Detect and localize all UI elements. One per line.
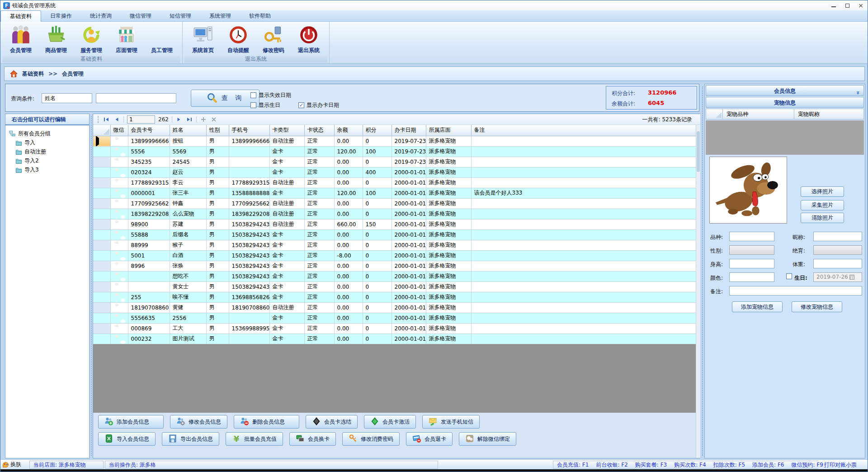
print-receipt-button[interactable]: 打印对账小票 xyxy=(824,461,864,469)
close-button[interactable]: × xyxy=(854,0,868,10)
row-selector[interactable] xyxy=(93,146,110,157)
action-button[interactable]: 发送手机短信 xyxy=(422,415,480,429)
birthday-date-picker[interactable]: 2019-07-26 xyxy=(813,272,862,282)
table-row[interactable]: 17709925662钟鑫男17709925662自动注册正常0.0002000… xyxy=(93,198,696,209)
change-skin-button[interactable]: 换肤 xyxy=(3,461,27,468)
row-selector[interactable] xyxy=(93,188,110,198)
menu-item[interactable]: 日常操作 xyxy=(41,10,81,22)
query-field-select[interactable]: 姓名 xyxy=(42,93,92,103)
row-selector[interactable] xyxy=(93,229,110,240)
column-header[interactable]: 微信 xyxy=(110,125,128,136)
table-row[interactable]: 黄女士男15038294243金卡正常0.0002000-01-01派多格宠物 xyxy=(93,281,696,292)
action-button[interactable]: 添加会员信息 xyxy=(98,415,164,429)
capture-photo-button[interactable]: 采集照片 xyxy=(801,200,844,210)
grid-scrollbar[interactable] xyxy=(696,125,700,458)
table-row[interactable]: 000869工大男15369988995金卡正常0.0002000-01-01派… xyxy=(93,323,696,334)
ribbon-button[interactable]: 修改密码 xyxy=(256,23,291,55)
column-header[interactable]: 积分 xyxy=(363,125,392,136)
table-row[interactable]: 55888后缀名男15038294243金卡正常0.0002000-01-01派… xyxy=(93,229,696,240)
table-row[interactable]: 255唉不懂男13698856826金卡正常0.0002000-01-01派多格… xyxy=(93,292,696,302)
row-selector[interactable] xyxy=(93,334,110,344)
table-row[interactable]: 020324赵云男金卡正常0.004002000-01-01派多格宠物 xyxy=(93,167,696,177)
table-row[interactable]: 88999猴子男15038294243金卡正常0.0002000-01-01派多… xyxy=(93,240,696,250)
search-button[interactable]: 查 询 xyxy=(191,90,259,107)
menu-item[interactable]: 基础资料 xyxy=(0,10,41,22)
left-splitter[interactable] xyxy=(90,114,93,458)
ribbon-button[interactable]: 会员管理 xyxy=(3,23,38,55)
column-header[interactable]: 性别 xyxy=(206,125,229,136)
row-selector[interactable] xyxy=(93,240,110,250)
action-button[interactable]: 解除微信绑定 xyxy=(459,432,516,446)
action-button[interactable]: 删除会员信息 xyxy=(234,415,299,429)
pet-info-header[interactable]: 宠物信息 xyxy=(706,97,864,108)
table-row[interactable]: 000232图片测试男金卡正常0.0002000-01-01派多格宠物 xyxy=(93,334,696,344)
action-button[interactable]: 会员卡冻结 xyxy=(306,415,358,429)
table-row[interactable]: 55565569男金卡正常120.001002019-07-23派多格宠物 xyxy=(93,146,696,157)
action-button[interactable]: 修改消费密码 xyxy=(342,432,400,446)
table-row[interactable]: 0000001张三丰男13588888888金卡正常120.001002000-… xyxy=(93,188,696,198)
table-row[interactable]: 34523524545男金卡正常0.0002019-07-23派多格宠物 xyxy=(93,157,696,167)
first-page-button[interactable] xyxy=(103,116,110,123)
table-row[interactable]: 17788929315李云男17788929315自动注册正常0.0002000… xyxy=(93,177,696,188)
ribbon-button[interactable]: 退出系统 xyxy=(291,23,326,55)
action-button[interactable]: 会员换卡 xyxy=(289,432,336,446)
column-header[interactable]: 办卡日期 xyxy=(392,125,426,136)
ribbon-button[interactable]: 系统首页 xyxy=(185,23,221,55)
column-header[interactable]: 备注 xyxy=(471,125,696,136)
maximize-button[interactable] xyxy=(840,0,854,10)
add-pet-button[interactable]: 添加宠物信息 xyxy=(732,301,783,312)
height-field[interactable] xyxy=(729,259,774,268)
query-input[interactable] xyxy=(96,93,176,103)
row-selector[interactable] xyxy=(93,281,110,292)
table-row[interactable]: 98900苏建男15038294243自动注册正常660.001502000-0… xyxy=(93,219,696,229)
action-button[interactable]: 会员退卡 xyxy=(406,432,453,446)
weight-field[interactable] xyxy=(813,259,862,268)
row-selector[interactable] xyxy=(93,209,110,219)
table-row[interactable]: 18398229208么么宠物男18398229208自动注册正常0.00020… xyxy=(93,209,696,219)
row-selector[interactable] xyxy=(93,302,110,313)
ribbon-button[interactable]: 商品管理 xyxy=(38,23,74,55)
right-splitter[interactable] xyxy=(701,84,704,458)
edit-pet-button[interactable]: 修改宠物信息 xyxy=(792,301,842,312)
table-row[interactable]: 13899996666按钮男13899996666自动注册正常0.0002019… xyxy=(93,136,696,146)
row-selector[interactable] xyxy=(93,177,110,188)
row-selector[interactable] xyxy=(93,323,110,334)
choose-photo-button[interactable]: 选择照片 xyxy=(801,186,844,197)
column-header[interactable]: 余额 xyxy=(334,125,363,136)
pet-sex-select[interactable] xyxy=(729,245,774,255)
action-button[interactable]: 会员卡激活 xyxy=(364,415,416,429)
row-selector[interactable] xyxy=(93,313,110,323)
member-info-header[interactable]: 会员信息 » xyxy=(706,85,864,96)
checkbox-show-birthday[interactable]: 显示生日 xyxy=(250,101,280,109)
next-page-button[interactable] xyxy=(175,116,183,123)
menu-item[interactable]: 微信管理 xyxy=(121,10,160,22)
delete-row-button[interactable] xyxy=(210,116,217,123)
tree-item-root[interactable]: 所有会员分组 xyxy=(9,129,89,138)
column-header[interactable]: 卡类型 xyxy=(269,125,304,136)
row-selector[interactable] xyxy=(93,167,110,177)
minimize-button[interactable] xyxy=(827,0,840,10)
table-row[interactable]: 5001白酒男15038294243金卡正常-8.0002000-01-01派多… xyxy=(93,250,696,261)
menu-item[interactable]: 短信管理 xyxy=(160,10,200,22)
page-number-input[interactable] xyxy=(127,115,155,124)
table-row[interactable]: 想吃不男15038294243金卡正常0.0002000-01-01派多格宠物 xyxy=(93,271,696,281)
tree-item[interactable]: 导入2 xyxy=(9,156,89,165)
checkbox-show-expiry[interactable]: 显示失效日期 xyxy=(250,91,291,99)
action-button[interactable]: 导出会员信息 xyxy=(162,432,219,446)
color-field[interactable] xyxy=(729,272,774,282)
action-button[interactable]: 修改会员信息 xyxy=(170,415,227,429)
row-selector[interactable] xyxy=(93,250,110,261)
add-row-button[interactable] xyxy=(200,116,207,123)
row-selector[interactable] xyxy=(93,136,110,146)
menu-item[interactable]: 统计查询 xyxy=(81,10,121,22)
tree-item[interactable]: 导入 xyxy=(9,138,89,147)
row-selector[interactable] xyxy=(93,219,110,229)
row-selector[interactable] xyxy=(93,198,110,209)
column-header[interactable]: 会员卡号 xyxy=(128,125,170,136)
row-selector[interactable] xyxy=(93,157,110,167)
tree-item[interactable]: 导入3 xyxy=(9,165,89,174)
column-header[interactable]: 姓名 xyxy=(170,125,206,136)
checkbox-show-card-date[interactable]: ✓显示办卡日期 xyxy=(298,101,339,109)
column-header[interactable]: 卡状态 xyxy=(304,125,334,136)
table-row[interactable]: 8996张焕男15038294243金卡正常0.0002000-01-01派多格… xyxy=(93,261,696,271)
